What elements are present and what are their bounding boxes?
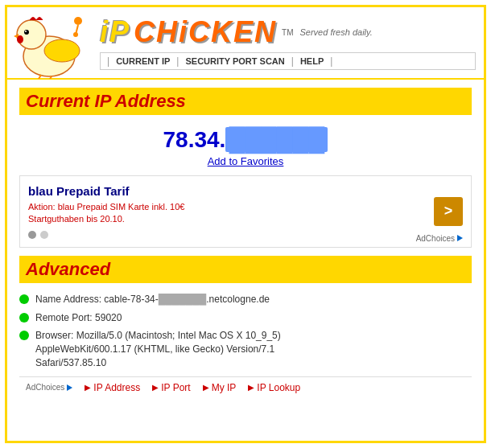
ad-description: Aktion: blau Prepaid SIM Karte inkl. 10€…	[28, 201, 426, 226]
current-ip-section-header: Current IP Address	[19, 88, 472, 115]
footer-ad-choices-icon	[67, 384, 72, 391]
page-footer: AdChoices IP Address IP Port My IP IP Lo…	[19, 376, 472, 398]
advanced-title: Advanced	[26, 259, 110, 279]
main-content: Current IP Address 78.34.██████ Add to F…	[7, 80, 484, 406]
name-address-text: Name Address: cable-78-34-███████.netcol…	[35, 293, 270, 306]
page-container: iP CHiCKEN TM Served fresh daily. | CURR…	[5, 5, 486, 443]
footer-ip-port-link[interactable]: IP Port	[152, 382, 190, 393]
remote-port-text: Remote Port: 59020	[35, 311, 122, 325]
svg-point-3	[24, 30, 29, 35]
add-to-favorites-link[interactable]: Add to Favorites	[19, 155, 472, 167]
nav-sep-3: |	[291, 55, 294, 67]
ad-content: blau Prepaid Tarif Aktion: blau Prepaid …	[28, 184, 426, 239]
footer-my-ip-link[interactable]: My IP	[203, 382, 237, 393]
nav-sep-2: |	[176, 55, 179, 67]
current-ip-title: Current IP Address	[26, 91, 186, 111]
nav-sep-1: |	[107, 55, 109, 67]
site-title: iP CHiCKEN TM Served fresh daily.	[100, 15, 476, 49]
browser-text: Browser: Mozilla/5.0 (Macintosh; Intel M…	[35, 329, 281, 369]
ad-dot-1[interactable]	[28, 231, 36, 239]
ip-address-value: 78.34.██████	[19, 127, 472, 153]
green-dot-2	[19, 313, 29, 323]
nav-help[interactable]: HELP	[300, 56, 324, 66]
ad-choices-label: AdChoices	[416, 234, 463, 243]
ad-dots	[28, 231, 426, 239]
svg-point-1	[17, 20, 46, 49]
nav-sep-4: |	[330, 55, 332, 67]
footer-ad-choices: AdChoices	[26, 383, 72, 392]
footer-ip-lookup-link[interactable]: IP Lookup	[248, 382, 300, 393]
nav-current-ip[interactable]: CURRENT IP	[116, 56, 170, 66]
header-right: iP CHiCKEN TM Served fresh daily. | CURR…	[92, 11, 484, 74]
ad-next-button[interactable]: >	[434, 197, 463, 226]
ad-choices-icon	[457, 235, 463, 241]
svg-point-15	[73, 32, 78, 37]
svg-point-13	[74, 17, 82, 25]
svg-point-12	[17, 35, 23, 43]
browser-row: Browser: Mozilla/5.0 (Macintosh; Intel M…	[19, 329, 472, 369]
site-header: iP CHiCKEN TM Served fresh daily. | CURR…	[7, 7, 484, 80]
name-address-row: Name Address: cable-78-34-███████.netcol…	[19, 293, 472, 306]
chicken-logo	[7, 6, 92, 79]
ad-dot-2[interactable]	[40, 231, 48, 239]
ip-visible-part: 78.34.	[163, 127, 226, 152]
nav-bar: | CURRENT IP | SECURITY PORT SCAN | HELP…	[100, 52, 476, 70]
svg-point-4	[25, 31, 27, 32]
ad-banner: blau Prepaid Tarif Aktion: blau Prepaid …	[19, 175, 472, 248]
ip-text: iP	[100, 15, 130, 49]
green-dot-1	[19, 294, 29, 304]
remote-port-row: Remote Port: 59020	[19, 311, 472, 325]
svg-point-5	[44, 39, 80, 62]
green-dot-3	[19, 331, 29, 340]
nav-security-port-scan[interactable]: SECURITY PORT SCAN	[185, 56, 284, 66]
ip-display: 78.34.██████ Add to Favorites	[19, 127, 472, 167]
tm-mark: TM	[282, 28, 293, 37]
chicken-text: CHiCKEN	[134, 15, 277, 49]
tagline: Served fresh daily.	[299, 27, 372, 37]
footer-ip-address-link[interactable]: IP Address	[85, 382, 140, 393]
ip-masked-part: ██████	[225, 127, 328, 152]
advanced-info: Name Address: cable-78-34-███████.netcol…	[19, 293, 472, 370]
footer-ad-choices-text: AdChoices	[26, 383, 64, 392]
ad-title: blau Prepaid Tarif	[28, 184, 426, 198]
advanced-section-header: Advanced	[19, 256, 472, 283]
ad-choices-text: AdChoices	[416, 234, 455, 243]
